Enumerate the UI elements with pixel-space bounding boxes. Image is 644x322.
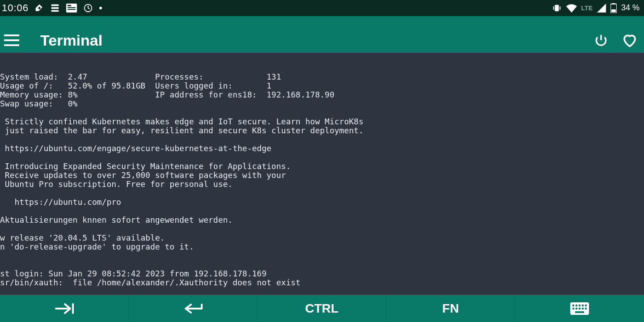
svg-rect-8 — [555, 5, 559, 12]
sync-icon — [83, 3, 93, 13]
terminal-line — [0, 135, 644, 144]
news-icon — [66, 4, 77, 13]
fn-key[interactable]: FN — [386, 295, 515, 322]
terminal-line: Aktualisierungen knnen sofort angewendet… — [0, 216, 644, 225]
terminal-line: Swap usage: 0% — [0, 99, 644, 108]
battery-pct: 34 % — [621, 3, 640, 13]
menu-button[interactable] — [3, 31, 21, 49]
keyboard-key[interactable] — [515, 295, 644, 322]
terminal-line — [0, 189, 644, 198]
appbar-gap — [0, 16, 644, 28]
app-bar: Terminal — [0, 28, 644, 53]
ctrl-label: CTRL — [305, 301, 339, 316]
terminal-output[interactable]: System load: 2.47 Processes: 131Usage of… — [0, 53, 644, 295]
svg-rect-0 — [51, 4, 59, 6]
key-row: CTRL FN — [0, 295, 644, 322]
ctrl-key[interactable]: CTRL — [258, 295, 386, 322]
tab-icon — [53, 302, 76, 315]
feedly-icon — [35, 4, 44, 13]
svg-rect-11 — [611, 9, 616, 12]
fn-label: FN — [442, 301, 459, 316]
terminal-line: w release '20.04.5 LTS' available. — [0, 233, 644, 242]
terminal-line: Strictly confined Kubernetes makes edge … — [0, 117, 644, 126]
svg-rect-18 — [579, 305, 580, 306]
terminal-line: n 'do-release-upgrade' to upgrade to it. — [0, 242, 644, 251]
svg-rect-10 — [612, 3, 615, 4]
terminal-line: https://ubuntu.com/pro — [0, 198, 644, 207]
svg-rect-16 — [572, 305, 574, 306]
terminal-line — [0, 108, 644, 117]
stack-icon — [50, 3, 60, 13]
terminal-line: Usage of /: 52.0% of 95.81GB Users logge… — [0, 81, 644, 90]
terminal-line: Memory usage: 8% IP address for ens18: 1… — [0, 90, 644, 99]
terminal-line: Introducing Expanded Security Maintenanc… — [0, 162, 644, 171]
terminal-line: Receive updates to over 25,000 software … — [0, 171, 644, 180]
terminal-line — [0, 225, 644, 233]
back-key[interactable] — [129, 295, 258, 322]
terminal-line: just raised the bar for easy, resilient … — [0, 126, 644, 135]
battery-icon — [610, 3, 617, 13]
network-type: LTE — [581, 4, 593, 12]
svg-rect-21 — [572, 308, 574, 309]
svg-rect-24 — [582, 308, 584, 309]
terminal-line: https://ubuntu.com/engage/secure-kuberne… — [0, 144, 644, 153]
svg-rect-22 — [576, 308, 577, 309]
power-icon — [594, 33, 608, 47]
terminal-line: sr/bin/xauth: file /home/alexander/.Xaut… — [0, 278, 644, 287]
svg-rect-2 — [51, 10, 59, 12]
svg-rect-25 — [585, 308, 587, 309]
terminal-line: Ubuntu Pro subscription. Free for person… — [0, 180, 644, 189]
status-bar: 10:06 LTE 34 % — [0, 0, 644, 16]
svg-rect-12 — [4, 34, 19, 36]
hamburger-icon — [4, 34, 19, 46]
svg-rect-17 — [576, 305, 577, 306]
svg-rect-4 — [68, 5, 71, 6]
svg-rect-20 — [585, 305, 587, 306]
heart-icon — [622, 32, 640, 48]
wifi-icon — [566, 4, 577, 13]
terminal-line — [0, 153, 644, 162]
svg-rect-6 — [68, 9, 76, 10]
terminal-line — [0, 251, 644, 260]
power-button[interactable] — [592, 31, 610, 49]
terminal-line — [0, 207, 644, 216]
svg-rect-1 — [51, 7, 59, 9]
vibrate-icon — [552, 3, 562, 13]
terminal-line: st login: Sun Jan 29 08:52:42 2023 from … — [0, 269, 644, 278]
signal-icon — [597, 4, 606, 13]
keyboard-icon — [570, 302, 589, 315]
svg-rect-19 — [582, 305, 584, 306]
svg-rect-23 — [579, 308, 580, 309]
svg-rect-5 — [68, 7, 76, 8]
status-clock: 10:06 — [2, 2, 29, 14]
terminal-line — [0, 260, 644, 269]
dot-icon — [99, 7, 102, 9]
favorite-button[interactable] — [622, 31, 640, 49]
svg-rect-14 — [4, 44, 19, 46]
svg-rect-26 — [575, 311, 584, 313]
back-arrow-icon — [182, 302, 204, 315]
terminal-line: System load: 2.47 Processes: 131 — [0, 72, 644, 81]
tab-key[interactable] — [0, 295, 129, 322]
svg-rect-13 — [4, 39, 19, 41]
app-title: Terminal — [40, 32, 102, 49]
